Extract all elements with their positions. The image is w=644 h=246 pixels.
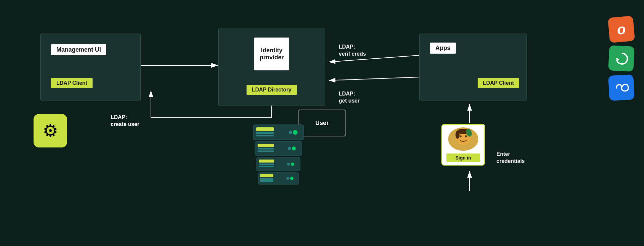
svg-rect-39 (256, 132, 274, 134)
enter-credentials-label: Enter credentials (496, 151, 525, 165)
svg-rect-26 (259, 160, 274, 163)
ldap-get-user-label: LDAP: get user (339, 90, 360, 105)
apps-box: Apps LDAP Client (419, 34, 527, 101)
svg-rect-22 (260, 180, 273, 182)
svg-rect-32 (258, 144, 274, 147)
app-icon-orange: o (608, 16, 635, 43)
svg-point-15 (465, 135, 467, 137)
svg-point-24 (286, 177, 289, 180)
app-icons-stack: o (609, 17, 634, 100)
signin-container: Sign in (441, 124, 485, 166)
svg-rect-27 (259, 164, 274, 165)
svg-rect-21 (260, 178, 273, 180)
identity-provider-label: Identity provider (254, 38, 289, 70)
svg-point-14 (460, 135, 462, 137)
apps-label: Apps (430, 43, 456, 54)
svg-point-41 (293, 130, 298, 135)
ldap-create-user-label: LDAP: create user (111, 114, 139, 128)
svg-point-17 (455, 131, 460, 139)
management-box: Management UI LDAP Client (40, 34, 141, 101)
apps-ldap-client-label: LDAP Client (478, 78, 519, 88)
management-ui-label: Management UI (51, 44, 106, 55)
management-ldap-client-label: LDAP Client (51, 78, 93, 88)
svg-rect-33 (258, 148, 274, 149)
svg-rect-28 (259, 166, 274, 167)
identity-provider-box: Identity provider LDAP Directory (218, 28, 325, 106)
server-stack (252, 121, 305, 188)
svg-point-42 (289, 131, 292, 134)
sign-in-button[interactable]: Sign in (446, 153, 480, 162)
gear-icon: ⚙ (34, 114, 67, 147)
user-label: User (315, 120, 329, 127)
svg-line-7 (329, 77, 419, 80)
svg-point-29 (291, 163, 294, 166)
app-icon-blue (608, 74, 635, 101)
diagram-container: Management UI LDAP Client Identity provi… (0, 0, 644, 246)
ldap-directory-label: LDAP Directory (247, 85, 297, 95)
svg-rect-38 (256, 127, 274, 131)
svg-point-30 (287, 163, 290, 166)
svg-rect-20 (260, 174, 273, 177)
svg-rect-34 (258, 150, 274, 152)
svg-point-35 (292, 146, 296, 150)
app-icon-green (608, 45, 635, 72)
ldap-verif-creds-label: LDAP: verif creds (339, 44, 366, 58)
user-box: User (299, 110, 345, 136)
user-avatar (448, 127, 478, 151)
svg-point-23 (290, 177, 293, 180)
svg-rect-40 (256, 135, 274, 136)
svg-point-36 (288, 147, 291, 150)
